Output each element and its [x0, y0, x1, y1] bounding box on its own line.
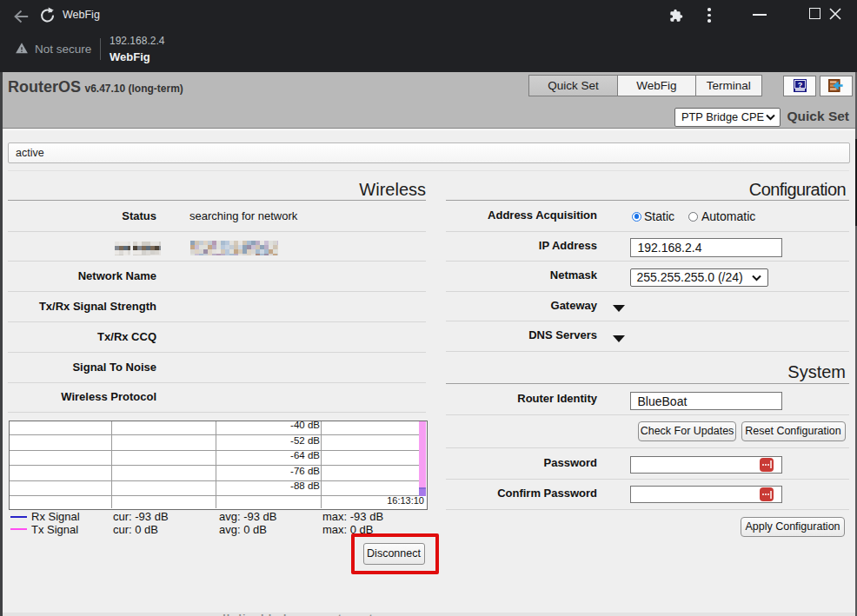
svg-text:?: ? — [798, 81, 803, 89]
